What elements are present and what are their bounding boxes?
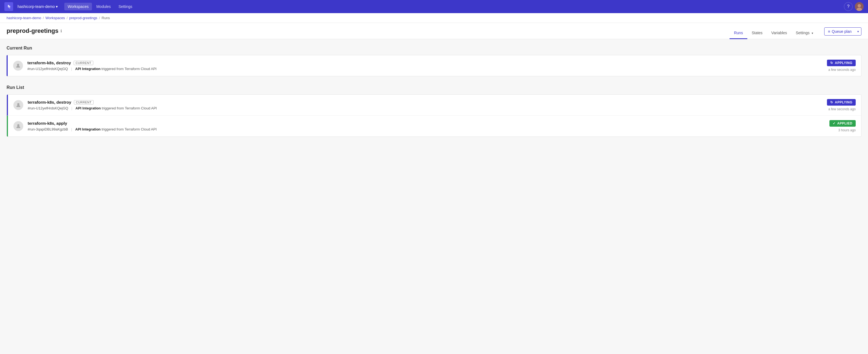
current-run-sep: | <box>71 67 72 71</box>
current-run-trigger: API Integration triggered from Terraform… <box>75 67 157 71</box>
run-list-item-trigger-source-1: API Integration <box>75 106 101 110</box>
breadcrumb-workspaces[interactable]: Workspaces <box>45 16 65 20</box>
ws-header-right: Runs States Variables Settings ▾ ≡ Queue… <box>730 27 862 39</box>
queue-plan-main: ≡ Queue plan <box>825 28 855 35</box>
workspace-title: preprod-greetings <box>6 27 58 34</box>
current-run-status-label: APPLYING <box>835 61 852 65</box>
queue-plan-label: Queue plan <box>832 29 851 34</box>
breadcrumb-current: Runs <box>101 16 110 20</box>
current-run-title-row: terraform-k8s, destroy CURRENT <box>27 60 823 65</box>
run-list-item-trigger-1: API Integration triggered from Terraform… <box>75 106 157 110</box>
run-list-item-meta-2: #run-3qapiDBL99aKgzbB | API Integration … <box>28 127 825 131</box>
run-list-item-status-badge-2: ✓ APPLIED <box>829 120 856 127</box>
run-list-item-name-1: terraform-k8s, destroy <box>28 100 71 104</box>
current-run-avatar <box>13 61 23 71</box>
nav-logo[interactable] <box>4 2 13 11</box>
svg-point-4 <box>17 103 20 105</box>
help-icon-button[interactable]: ? <box>844 2 853 11</box>
svg-point-1 <box>858 4 861 7</box>
nav-link-settings[interactable]: Settings <box>115 3 136 10</box>
run-list-item-status-label-2: APPLIED <box>837 122 852 125</box>
svg-point-5 <box>17 124 20 126</box>
settings-tab-chevron-icon: ▾ <box>812 31 813 35</box>
current-run-section: Current Run terraform-k8s, destroy CURRE… <box>6 46 862 76</box>
current-run-title: Current Run <box>6 46 862 51</box>
current-run-id: #run-U12yefHrdsKQejGQ <box>27 67 68 71</box>
run-list-title: Run List <box>6 85 862 90</box>
run-list-item-id-1: #run-U12yefHrdsKQejGQ <box>28 106 68 110</box>
current-run-trigger-rest: triggered from Terraform Cloud API <box>101 67 157 71</box>
queue-plan-list-icon: ≡ <box>828 29 830 34</box>
workspace-title-section: preprod-greetings ℹ <box>6 27 62 34</box>
run-list-item-info-2: terraform-k8s, apply #run-3qapiDBL99aKgz… <box>28 121 825 131</box>
breadcrumb-org[interactable]: hashicorp-team-demo <box>6 16 41 20</box>
run-list-item-time-2: 3 hours ago <box>838 128 856 132</box>
run-list-item-status-badge-1: ↻ APPLYING <box>827 99 856 106</box>
run-list-item-name-2: terraform-k8s, apply <box>28 121 67 126</box>
run-list-item-id-2: #run-3qapiDBL99aKgzbB <box>28 127 68 131</box>
breadcrumb: hashicorp-team-demo / Workspaces / prepr… <box>0 13 868 23</box>
run-list-item-time-1: a few seconds ago <box>828 107 856 111</box>
run-list-item-status-label-1: APPLYING <box>835 100 852 104</box>
tab-variables[interactable]: Variables <box>767 27 792 39</box>
user-avatar[interactable] <box>855 2 864 11</box>
top-nav: hashicorp-team-demo ▾ Workspaces Modules… <box>0 0 868 13</box>
applying-spinner-icon: ↻ <box>830 61 833 65</box>
run-list-applying-spinner-icon: ↻ <box>830 100 833 104</box>
run-list-item-status-area-1: ↻ APPLYING a few seconds ago <box>827 99 856 111</box>
main-content: Current Run terraform-k8s, destroy CURRE… <box>0 39 868 354</box>
nav-link-modules[interactable]: Modules <box>93 3 114 10</box>
svg-point-3 <box>17 64 19 66</box>
run-list-item-badge-1: CURRENT <box>74 100 93 104</box>
run-list-item-title-row-1: terraform-k8s, destroy CURRENT <box>28 100 823 104</box>
current-run-meta: #run-U12yefHrdsKQejGQ | API Integration … <box>27 67 823 71</box>
run-list-item[interactable]: terraform-k8s, apply #run-3qapiDBL99aKgz… <box>7 116 861 136</box>
run-list-item-trigger-2: API Integration triggered from Terraform… <box>75 127 157 131</box>
nav-org-chevron: ▾ <box>56 4 58 9</box>
workspace-header: preprod-greetings ℹ Runs States Variable… <box>0 23 868 39</box>
run-list-card: terraform-k8s, destroy CURRENT #run-U12y… <box>6 94 862 137</box>
applied-check-icon: ✓ <box>833 122 836 125</box>
run-list-item-meta-1: #run-U12yefHrdsKQejGQ | API Integration … <box>28 106 823 110</box>
workspace-tabs: Runs States Variables Settings ▾ <box>730 27 818 39</box>
current-run-card[interactable]: terraform-k8s, destroy CURRENT #run-U12y… <box>6 55 862 76</box>
current-run-name: terraform-k8s, destroy <box>27 60 71 65</box>
tab-runs[interactable]: Runs <box>730 27 747 39</box>
run-list-item-avatar-1 <box>13 100 23 110</box>
breadcrumb-sep-1: / <box>43 16 44 20</box>
nav-org-selector[interactable]: hashicorp-team-demo ▾ <box>15 3 60 10</box>
nav-link-workspaces[interactable]: Workspaces <box>64 3 92 10</box>
queue-plan-button[interactable]: ≡ Queue plan ▾ <box>824 27 862 36</box>
tab-settings[interactable]: Settings ▾ <box>792 27 818 39</box>
run-list-item-trigger-source-2: API Integration <box>75 127 100 131</box>
nav-links: Workspaces Modules Settings <box>64 3 135 10</box>
nav-org-name: hashicorp-team-demo <box>18 4 55 9</box>
breadcrumb-workspace[interactable]: preprod-greetings <box>69 16 97 20</box>
run-list-item-status-area-2: ✓ APPLIED 3 hours ago <box>829 120 856 132</box>
tab-states[interactable]: States <box>747 27 767 39</box>
run-list-item-info-1: terraform-k8s, destroy CURRENT #run-U12y… <box>28 100 823 110</box>
run-list-item-avatar-2 <box>13 121 23 131</box>
run-list-item-title-row-2: terraform-k8s, apply <box>28 121 825 126</box>
breadcrumb-sep-2: / <box>66 16 68 20</box>
current-run-status-badge: ↻ APPLYING <box>827 60 856 66</box>
help-icon: ? <box>847 4 850 9</box>
workspace-info-icon[interactable]: ℹ <box>60 29 62 33</box>
current-run-trigger-source: API Integration <box>75 67 100 71</box>
current-run-time: a few seconds ago <box>828 68 856 72</box>
queue-plan-dropdown-arrow[interactable]: ▾ <box>855 28 861 35</box>
current-run-status-area: ↻ APPLYING a few seconds ago <box>827 60 856 72</box>
run-list-item[interactable]: terraform-k8s, destroy CURRENT #run-U12y… <box>7 95 861 116</box>
breadcrumb-sep-3: / <box>99 16 100 20</box>
current-run-badge: CURRENT <box>73 61 93 65</box>
current-run-info: terraform-k8s, destroy CURRENT #run-U12y… <box>27 60 823 71</box>
run-list-section: Run List terraform-k8s, destroy CURRENT <box>6 85 862 137</box>
